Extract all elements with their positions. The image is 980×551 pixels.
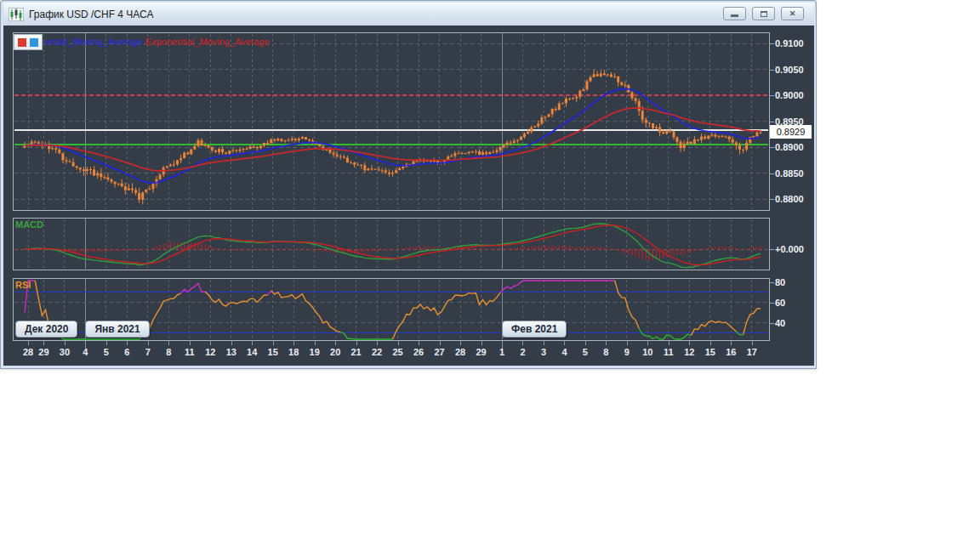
macd-chart[interactable] [14,219,769,270]
time-axis-day-label: 11 [658,347,680,357]
time-axis-tick [502,341,503,349]
time-axis-tick [564,341,565,345]
time-axis-day-label: 12 [199,347,221,357]
time-axis-tick [398,341,399,345]
legend-swatches[interactable] [14,34,43,50]
minimize-button[interactable] [723,7,746,20]
time-axis-tick [606,341,607,345]
window-titlebar[interactable]: График USD /CHF 4 ЧАСА ✕ [3,3,814,26]
time-axis-tick [293,341,294,345]
time-axis-tick [647,341,648,345]
time-axis-tick [85,341,86,349]
time-axis-tick [168,341,169,345]
time-axis-tick [356,341,357,345]
chart-client-area: ential_Moving_Average.Exponential_Moving… [3,26,814,366]
rsi-line [500,281,615,293]
time-axis-tick [460,341,461,345]
time-axis-day-label: 25 [387,347,409,357]
time-axis-day-label: 20 [324,347,346,357]
time-axis-day-label: 21 [345,347,368,357]
rsi-panel-label: RSI [15,280,31,290]
time-axis-tick [669,341,669,345]
price-grid [14,33,768,209]
time-axis-tick [315,341,316,345]
time-axis-tick [419,341,419,345]
time-axis-day-label: 17 [741,347,763,357]
macd-zero-tick [770,249,774,250]
macd-zero-label: +0.000 [775,243,804,255]
time-axis-tick [335,341,336,345]
month-marker-jan-2021: Янв 2021 [85,321,149,338]
price-tick-label: 0.9000 [775,89,804,101]
time-axis-day-label: 13 [220,347,242,357]
ema-fast-legend-label: ential_Moving_Average [45,37,143,47]
time-axis-day-label: 4 [553,347,575,357]
time-axis-day-label: 22 [366,347,388,357]
time-axis-day-label: 10 [636,347,658,357]
macd-histogram [25,242,761,260]
time-axis-tick [585,341,586,345]
time-axis-day-label: 15 [262,347,284,357]
time-axis-day-label: 16 [720,347,742,357]
time-axis: 2829304567811121314151819202122252627282… [3,341,814,366]
legend-swatch-blue [30,38,38,47]
minimize-icon [731,14,738,17]
price-tick-label: 0.8850 [775,168,804,179]
time-axis-tick [106,341,107,345]
chart-window: График USD /CHF 4 ЧАСА ✕ ential_Moving_A… [0,0,817,369]
time-axis-day-label: 11 [179,347,201,357]
time-axis-day-label: 5 [574,347,596,357]
rsi-line [35,281,55,327]
rsi-line [639,329,691,340]
macd-grid [14,219,768,269]
time-axis-day-label: 3 [533,347,555,357]
candles-layer [24,70,762,205]
time-axis-tick [689,341,690,345]
price-chart[interactable] [14,33,769,210]
time-axis-day-label: 8 [595,347,617,357]
time-axis-day-label: 27 [429,347,451,357]
time-axis-tick [148,341,149,345]
month-marker-dec-2020: Дек 2020 [15,321,77,338]
time-axis-tick [752,341,753,345]
time-axis-day-label: 18 [282,347,305,357]
time-axis-day-label: 9 [616,347,638,357]
time-axis-tick [522,341,523,345]
time-axis-tick [190,341,191,345]
time-axis-day-label: 28 [449,347,471,357]
candlestick-chart-icon [9,8,24,21]
time-axis-tick [43,341,44,345]
price-tick [770,147,774,148]
rsi-tick [770,323,774,324]
time-axis-day-label: 5 [95,347,117,357]
time-axis-day-label: 8 [157,347,179,357]
price-tick [770,199,774,200]
time-axis-day-label: 6 [116,347,138,357]
month-marker-feb-2021: Фев 2021 [502,321,567,338]
close-icon: ✕ [789,9,796,18]
price-tick [770,173,774,174]
time-axis-tick [481,341,482,345]
time-axis-tick [210,341,211,345]
rsi-line [271,291,341,332]
restore-icon [761,11,767,17]
rsi-tick [770,282,774,283]
time-axis-tick [731,341,732,345]
rsi-line [393,293,501,339]
close-button[interactable]: ✕ [781,7,804,20]
rsi-tick-label: 40 [775,317,785,329]
price-tick-label: 0.9050 [775,64,804,76]
indicator-legend: ential_Moving_Average.Exponential_Moving… [45,37,270,47]
time-axis-day-label: 7 [137,347,159,357]
time-axis-tick [544,341,544,345]
rsi-tick-label: 80 [775,276,785,288]
macd-panel [13,218,770,270]
price-tick [770,122,774,122]
time-axis-day-label: 29 [32,347,54,357]
time-axis-day-label: 19 [304,347,326,357]
time-axis-day-label: 15 [699,347,721,357]
restore-button[interactable] [752,7,775,20]
time-axis-tick [231,341,232,345]
time-axis-day-label: 29 [470,347,493,357]
ema-fast-line [25,88,761,183]
